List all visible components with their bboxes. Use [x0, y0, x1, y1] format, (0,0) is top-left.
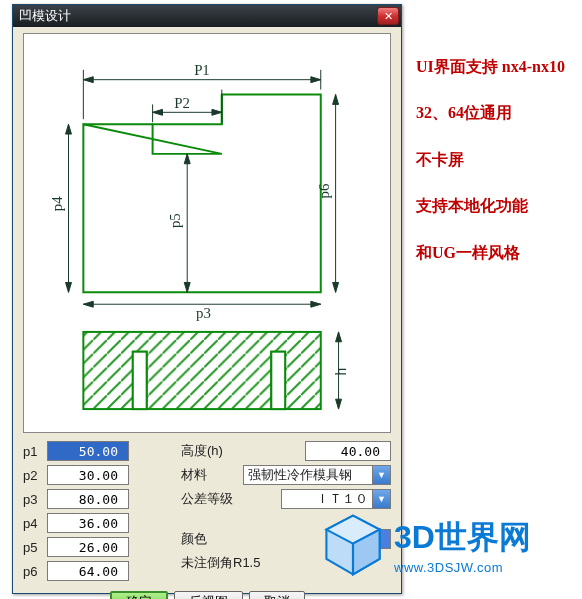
dim-P2: P2 — [174, 95, 190, 111]
svg-marker-12 — [311, 301, 321, 307]
svg-marker-20 — [333, 95, 339, 105]
tolerance-select[interactable]: ＩＴ１０ ▼ — [281, 489, 391, 509]
form-area: p1 p2 p3 p4 p5 p6 高度(h) 材料 强韧性冷作模具钢 ▼ 公差… — [13, 437, 401, 587]
dim-P1: P1 — [194, 62, 210, 78]
svg-marker-11 — [83, 301, 93, 307]
dialog-title: 凹模设计 — [19, 7, 377, 25]
p5-input[interactable] — [47, 537, 129, 557]
svg-marker-17 — [184, 154, 190, 164]
button-row: 确定 后视图 取消 — [13, 587, 401, 599]
watermark-sub: www.3DSJW.com — [394, 560, 531, 575]
note-line: 支持本地化功能 — [416, 195, 565, 217]
p4-input[interactable] — [47, 513, 129, 533]
svg-marker-30 — [336, 332, 342, 342]
p2-input[interactable] — [47, 465, 129, 485]
dim-p3: p3 — [196, 305, 211, 321]
backview-button[interactable]: 后视图 — [174, 591, 243, 599]
p3-label: p3 — [23, 492, 43, 507]
p6-input[interactable] — [47, 561, 129, 581]
svg-marker-9 — [212, 109, 222, 115]
dim-p5: p5 — [167, 213, 183, 228]
material-value: 强韧性冷作模具钢 — [244, 466, 372, 484]
svg-marker-3 — [83, 77, 93, 83]
color-label: 颜色 — [181, 530, 239, 548]
diagram-svg: P1 P2 p3 p4 p5 p6 — [24, 34, 390, 432]
p4-label: p4 — [23, 516, 43, 531]
note-line: 不卡屏 — [416, 149, 565, 171]
titlebar[interactable]: 凹模设计 ✕ — [13, 5, 401, 27]
p1-label: p1 — [23, 444, 43, 459]
svg-rect-27 — [133, 352, 147, 409]
dim-p6: p6 — [316, 184, 332, 199]
die-design-dialog: 凹模设计 ✕ — [12, 4, 402, 594]
note-line: UI界面支持 nx4-nx10 — [416, 56, 565, 78]
tolerance-value: ＩＴ１０ — [282, 490, 372, 508]
svg-marker-8 — [153, 109, 163, 115]
material-label: 材料 — [181, 466, 239, 484]
dropdown-icon: ▼ — [372, 490, 390, 508]
material-select[interactable]: 强韧性冷作模具钢 ▼ — [243, 465, 391, 485]
ok-button[interactable]: 确定 — [110, 591, 168, 599]
cancel-button[interactable]: 取消 — [249, 591, 305, 599]
close-icon: ✕ — [384, 10, 393, 23]
preview-area: P1 P2 p3 p4 p5 p6 — [23, 33, 391, 433]
svg-marker-15 — [66, 282, 72, 292]
svg-marker-18 — [184, 282, 190, 292]
note-line: 和UG一样风格 — [416, 242, 565, 264]
p5-label: p5 — [23, 540, 43, 555]
p3-input[interactable] — [47, 489, 129, 509]
svg-rect-28 — [271, 352, 285, 409]
color-swatch[interactable] — [351, 529, 391, 549]
height-label: 高度(h) — [181, 442, 239, 460]
svg-marker-21 — [333, 282, 339, 292]
tolerance-label: 公差等级 — [181, 490, 239, 508]
close-button[interactable]: ✕ — [377, 7, 399, 25]
p2-label: p2 — [23, 468, 43, 483]
svg-marker-14 — [66, 124, 72, 134]
chamfer-label: 未注倒角R1.5 — [181, 554, 260, 572]
dim-h: h — [333, 368, 349, 376]
svg-marker-31 — [336, 399, 342, 409]
watermark-main: 3D世界网 — [394, 516, 531, 560]
side-notes: UI界面支持 nx4-nx10 32、64位通用 不卡屏 支持本地化功能 和UG… — [416, 56, 565, 288]
p6-label: p6 — [23, 564, 43, 579]
p1-input[interactable] — [47, 441, 129, 461]
dropdown-icon: ▼ — [372, 466, 390, 484]
note-line: 32、64位通用 — [416, 102, 565, 124]
dim-p4: p4 — [49, 196, 65, 211]
svg-marker-4 — [311, 77, 321, 83]
height-input[interactable] — [305, 441, 391, 461]
